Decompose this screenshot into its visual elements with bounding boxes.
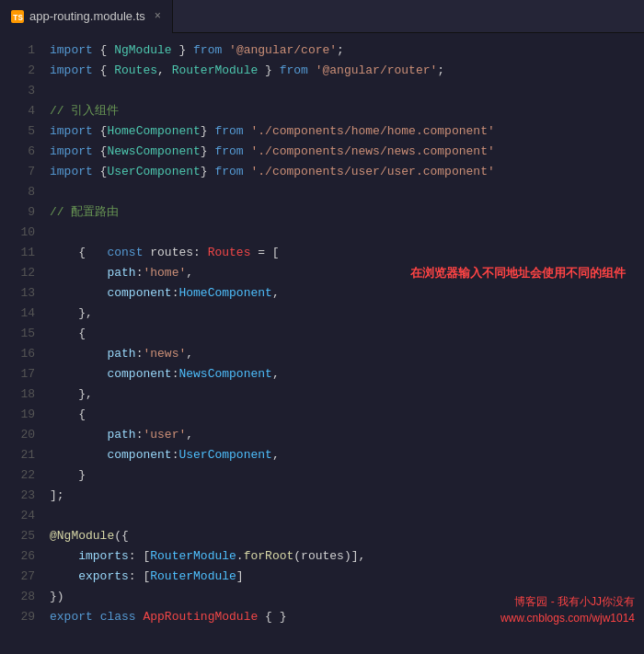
code-line-9: // 配置路由	[50, 202, 644, 223]
line-num-2: 2	[0, 61, 35, 81]
active-tab[interactable]: TS app-routing.module.ts ×	[0, 0, 173, 33]
tab-close-button[interactable]: ×	[155, 10, 161, 23]
line-num-4: 4	[0, 101, 35, 121]
watermark-line2: www.cnblogs.com/wjw1014	[500, 610, 635, 626]
code-line-22: }	[50, 465, 644, 486]
watermark-line1: 博客园 - 我有小JJ你没有	[500, 593, 635, 610]
code-line-21: component:UserComponent,	[50, 445, 644, 465]
code-line-1: import { NgModule } from '@angular/core'…	[50, 40, 644, 61]
code-line-18: },	[50, 384, 644, 405]
code-line-11: {	[50, 243, 644, 263]
code-line-6: import {NewsComponent} from './component…	[50, 142, 644, 162]
line-num-22: 22	[0, 465, 35, 486]
code-line-27: exports: [RouterModule]	[50, 567, 644, 587]
code-content: import { NgModule } from '@angular/core'…	[46, 33, 644, 654]
code-line-8	[50, 182, 644, 202]
code-line-15: {	[50, 324, 644, 344]
line-num-9: 9	[0, 202, 35, 223]
line-num-1: 1	[0, 40, 35, 61]
code-line-2: import { Routes, RouterModule } from '@a…	[50, 61, 644, 81]
watermark: 博客园 - 我有小JJ你没有 www.cnblogs.com/wjw1014	[500, 593, 635, 626]
line-num-10: 10	[0, 223, 35, 243]
code-line-16: path:'news',	[50, 344, 644, 364]
line-num-17: 17	[0, 364, 35, 384]
line-num-26: 26	[0, 546, 35, 567]
line-num-5: 5	[0, 121, 35, 142]
code-line-20: path:'user',	[50, 425, 644, 445]
tab-label: app-routing.module.ts	[29, 9, 145, 23]
file-icon: TS	[11, 10, 24, 23]
line-num-20: 20	[0, 425, 35, 445]
code-line-24	[50, 506, 644, 526]
line-num-8: 8	[0, 182, 35, 202]
line-num-14: 14	[0, 304, 35, 324]
code-line-5: import {HomeComponent} from './component…	[50, 121, 644, 142]
code-line-17: component:NewsComponent,	[50, 364, 644, 384]
line-num-27: 27	[0, 567, 35, 587]
code-line-26: imports: [RouterModule.forRoot(routes)],	[50, 546, 644, 567]
line-num-3: 3	[0, 81, 35, 101]
line-num-13: 13	[0, 283, 35, 304]
line-num-24: 24	[0, 506, 35, 526]
code-line-12: path:'home',	[50, 263, 644, 283]
svg-text:TS: TS	[13, 14, 23, 23]
line-num-29: 29	[0, 607, 35, 627]
line-num-11: 11	[0, 243, 35, 263]
line-num-15: 15	[0, 324, 35, 344]
line-num-19: 19	[0, 405, 35, 425]
line-num-18: 18	[0, 384, 35, 405]
code-line-23: ];	[50, 486, 644, 506]
code-line-25: @NgModule({	[50, 526, 644, 546]
code-line-4: // 引入组件	[50, 101, 644, 121]
editor: TS app-routing.module.ts × 1 2 3 4 5 6 7…	[0, 0, 644, 654]
tab-bar: TS app-routing.module.ts ×	[0, 0, 644, 33]
code-line-10: const routes: Routes = [ 在浏览器输入不同地址会使用不同…	[50, 223, 644, 243]
code-area: 1 2 3 4 5 6 7 8 9 10 11 12 13 14 15 16 1…	[0, 33, 644, 654]
line-num-25: 25	[0, 526, 35, 546]
line-num-21: 21	[0, 445, 35, 465]
line-num-28: 28	[0, 587, 35, 607]
code-line-3	[50, 81, 644, 101]
code-line-14: },	[50, 304, 644, 324]
code-line-19: {	[50, 405, 644, 425]
line-num-7: 7	[0, 162, 35, 182]
code-line-7: import {UserComponent} from './component…	[50, 162, 644, 182]
line-num-23: 23	[0, 486, 35, 506]
line-numbers: 1 2 3 4 5 6 7 8 9 10 11 12 13 14 15 16 1…	[0, 33, 46, 654]
line-num-16: 16	[0, 344, 35, 364]
line-num-12: 12	[0, 263, 35, 283]
code-line-13: component:HomeComponent,	[50, 283, 644, 304]
line-num-6: 6	[0, 142, 35, 162]
